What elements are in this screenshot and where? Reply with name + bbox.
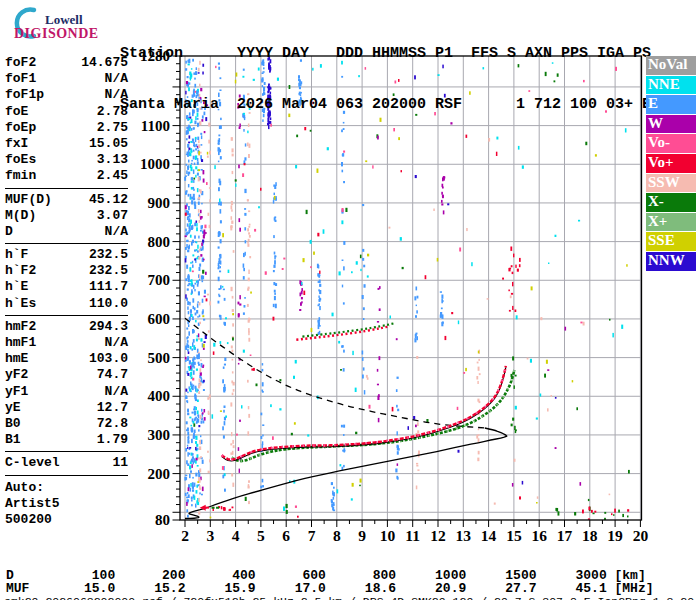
param-label: foF1p bbox=[5, 87, 44, 103]
parameter-group: hmF2294.3hmF1N/AhmE103.0yF274.7yF1N/AyE1… bbox=[5, 315, 128, 450]
param-fmin: fmin2.45 bbox=[5, 168, 128, 184]
header-column-titles: Station YYYY DAY DDD HHMMSS P1 FFS S AXN… bbox=[120, 45, 660, 62]
legend-X-: X- bbox=[646, 193, 696, 212]
x-axis-label: 14 bbox=[481, 527, 497, 544]
param-label: foF1 bbox=[5, 71, 36, 87]
x-axis-label: 12 bbox=[430, 527, 446, 544]
param-value: 74.7 bbox=[97, 367, 128, 383]
param-label: B0 bbox=[5, 416, 21, 432]
param-MUF(D): MUF(D)45.12 bbox=[5, 192, 128, 208]
param-label: M(D) bbox=[5, 208, 36, 224]
x-trace-second-hop bbox=[302, 324, 393, 337]
param-hmE: hmE103.0 bbox=[5, 351, 128, 367]
legend-W: W bbox=[646, 115, 696, 134]
legend-X+: X+ bbox=[646, 213, 696, 232]
param-D: DN/A bbox=[5, 224, 128, 240]
param-foF1: foF1N/A bbox=[5, 71, 128, 87]
param-h`E: h`E111.7 bbox=[5, 279, 128, 295]
param-label: fmin bbox=[5, 168, 36, 184]
param-value: 15.05 bbox=[89, 136, 128, 152]
param-value: 294.3 bbox=[89, 319, 128, 335]
x-axis-label: 4 bbox=[232, 527, 240, 544]
legend-E: E bbox=[646, 95, 696, 114]
param-value: 232.5 bbox=[89, 247, 128, 263]
param-foEs: foEs3.13 bbox=[5, 152, 128, 168]
x-axis-label: 8 bbox=[333, 527, 341, 544]
autoscaling-info: Auto:Artist5500200 bbox=[5, 475, 128, 529]
param-value: 111.7 bbox=[89, 279, 128, 295]
x-axis-label: 9 bbox=[358, 527, 366, 544]
param-h`Es: h`Es110.0 bbox=[5, 296, 128, 312]
param-value: N/A bbox=[105, 335, 128, 351]
param-value: N/A bbox=[105, 384, 128, 400]
parameter-group: h`F232.5h`F2232.5h`E111.7h`Es110.0 bbox=[5, 243, 128, 313]
param-yF2: yF274.7 bbox=[5, 367, 128, 383]
y-axis-label: 700 bbox=[148, 272, 171, 288]
param-value: 110.0 bbox=[89, 296, 128, 312]
param-h`F: h`F232.5 bbox=[5, 247, 128, 263]
muf-transmission-curve bbox=[185, 318, 485, 428]
autoscaling-line: Auto: bbox=[5, 480, 128, 496]
x-axis-label: 3 bbox=[206, 527, 214, 544]
legend-Vo-: Vo- bbox=[646, 134, 696, 153]
param-hmF1: hmF1N/A bbox=[5, 335, 128, 351]
param-hmF2: hmF2294.3 bbox=[5, 319, 128, 335]
lowell-digisonde-logo: Lowell DIGISONDE bbox=[6, 4, 118, 48]
param-value: 14.675 bbox=[81, 55, 128, 71]
param-label: h`F2 bbox=[5, 263, 36, 279]
param-value: 72.8 bbox=[97, 416, 128, 432]
x-axis-label: 15 bbox=[506, 527, 522, 544]
y-axis-label: 600 bbox=[148, 311, 171, 327]
param-label: h`Es bbox=[5, 296, 36, 312]
param-label: yF2 bbox=[5, 367, 28, 383]
param-M(D): M(D)3.07 bbox=[5, 208, 128, 224]
x-axis-label: 7 bbox=[308, 527, 316, 544]
param-label: B1 bbox=[5, 432, 21, 448]
legend-NNE: NNE bbox=[646, 76, 696, 95]
y-axis-label: 500 bbox=[148, 350, 171, 366]
param-value: 2.75 bbox=[97, 120, 128, 136]
param-label: hmE bbox=[5, 351, 28, 367]
x-axis-label: 18 bbox=[582, 527, 598, 544]
legend-Vo+: Vo+ bbox=[646, 154, 696, 173]
param-value: 3.07 bbox=[97, 208, 128, 224]
param-value: 2.45 bbox=[97, 168, 128, 184]
digisonde-ionogram-screen: 1280110010009008007006005004003002008023… bbox=[0, 0, 700, 600]
legend-NoVal: NoVal bbox=[646, 56, 696, 75]
y-axis-label: 300 bbox=[148, 427, 171, 443]
station-header: Station YYYY DAY DDD HHMMSS P1 FFS S AXN… bbox=[120, 11, 660, 147]
param-label: hmF2 bbox=[5, 319, 36, 335]
x-axis-label: 17 bbox=[557, 527, 573, 544]
parameter-group: MUF(D)45.12M(D)3.07DN/A bbox=[5, 188, 128, 242]
param-label: foF2 bbox=[5, 55, 36, 71]
x-axis-label: 16 bbox=[531, 527, 547, 544]
param-label: C-level bbox=[5, 455, 60, 471]
param-value: 12.7 bbox=[97, 400, 128, 416]
param-foEp: foEp2.75 bbox=[5, 120, 128, 136]
parameter-panel: foF214.675foF1N/AfoF1pN/AfoE2.78foEp2.75… bbox=[5, 54, 128, 528]
param-foF2: foF214.675 bbox=[5, 55, 128, 71]
y-axis-label: 400 bbox=[148, 388, 171, 404]
x-axis-label: 13 bbox=[456, 527, 472, 544]
x-axis-label: 20 bbox=[633, 527, 649, 544]
y-axis-label: 200 bbox=[148, 466, 171, 482]
legend-SSW: SSW bbox=[646, 174, 696, 193]
direction-legend: NoValNNEEWVo-Vo+SSWX-X+SSENNW bbox=[646, 56, 696, 271]
computed-curves bbox=[185, 318, 507, 518]
param-B0: B072.8 bbox=[5, 416, 128, 432]
parameter-group: C-level11 bbox=[5, 451, 128, 472]
param-C-level: C-level11 bbox=[5, 455, 128, 471]
param-value: 11 bbox=[112, 455, 128, 471]
param-label: foEp bbox=[5, 120, 36, 136]
x-axis-label: 10 bbox=[380, 527, 396, 544]
legend-SSE: SSE bbox=[646, 232, 696, 251]
param-value: 45.12 bbox=[89, 192, 128, 208]
x-axis-label: 11 bbox=[405, 527, 420, 544]
status-line: smk29_2026063202000.rsf / 720fx512h 25 k… bbox=[4, 595, 694, 600]
legend-NNW: NNW bbox=[646, 252, 696, 271]
header-values: Santa Maria 2026 Mar04 063 202000 RSF 1 … bbox=[120, 96, 660, 113]
param-value: N/A bbox=[105, 87, 128, 103]
param-foE: foE2.78 bbox=[5, 104, 128, 120]
param-label: yF1 bbox=[5, 384, 28, 400]
param-label: h`E bbox=[5, 279, 28, 295]
